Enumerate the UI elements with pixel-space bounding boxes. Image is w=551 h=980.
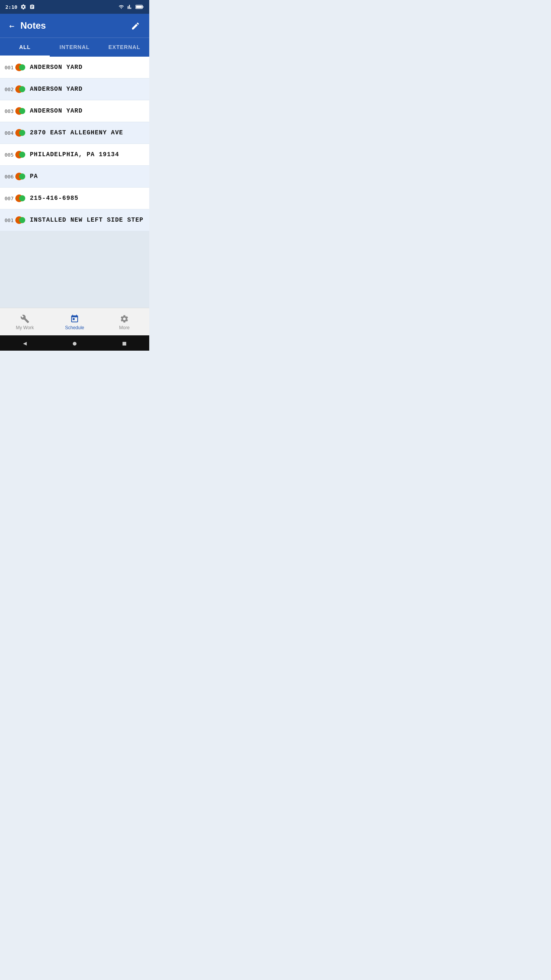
item-number: 006 [5,174,15,180]
svg-rect-2 [136,6,142,8]
nav-my-work[interactable]: My Work [0,308,50,335]
nav-more[interactable]: More [99,308,149,335]
battery-icon [135,5,144,9]
edit-button[interactable] [128,18,143,34]
item-text: PHILADELPHIA, PA 19134 [30,151,119,158]
status-dot [15,106,26,116]
tabs-bar: ALL INTERNAL EXTERNAL [0,38,149,57]
list-item[interactable]: 007 215-416-6985 [0,188,149,209]
status-dot [15,149,26,160]
item-number: 005 [5,152,15,158]
header: ← Notes [0,14,149,38]
item-text: 2870 EAST ALLEGHENY AVE [30,129,123,136]
status-dot [15,62,26,73]
gear-icon [120,314,129,323]
list-item[interactable]: 005 PHILADELPHIA, PA 19134 [0,144,149,166]
list-item[interactable]: 004 2870 EAST ALLEGHENY AVE [0,122,149,144]
status-right [118,4,144,10]
status-dot [15,193,26,204]
list-item[interactable]: 006 PA [0,166,149,188]
more-label: More [119,325,129,330]
svg-rect-1 [143,6,143,8]
wrench-icon [20,314,29,323]
status-dot [15,84,26,95]
list-item[interactable]: 002 ANDERSON YARD [0,78,149,100]
status-dot [15,127,26,138]
item-number: 007 [5,196,15,201]
item-text: ANDERSON YARD [30,64,83,71]
item-text: 215-416-6985 [30,195,78,202]
item-number: 001 [5,65,15,70]
signal-icon [127,4,133,10]
notes-list: 001 ANDERSON YARD 002 ANDERSON YARD 003 … [0,57,149,231]
status-dot [15,215,26,225]
list-item[interactable]: 003 ANDERSON YARD [0,100,149,122]
nav-schedule[interactable]: Schedule [50,308,99,335]
system-nav-bar: ◀ ● ■ [0,335,149,351]
wifi-icon [118,4,125,10]
bottom-nav: My Work Schedule More [0,308,149,335]
item-number: 004 [5,130,15,136]
status-dot [15,171,26,182]
calendar-icon [70,314,79,323]
item-text: ANDERSON YARD [30,108,83,114]
item-number: 001 [5,217,15,223]
tab-all[interactable]: ALL [0,38,50,57]
recent-system-button[interactable]: ■ [122,340,126,347]
list-item[interactable]: 001 INSTALLED NEW LEFT SIDE STEP [0,209,149,231]
tab-external[interactable]: EXTERNAL [99,38,149,57]
back-button[interactable]: ← [6,18,17,34]
item-number: 002 [5,87,15,92]
settings-icon [20,4,26,10]
status-left: 2:10 [5,4,35,10]
time: 2:10 [5,4,17,10]
item-text: PA [30,173,38,180]
home-system-button[interactable]: ● [73,340,77,347]
schedule-label: Schedule [65,325,84,330]
back-system-button[interactable]: ◀ [23,340,27,347]
list-item[interactable]: 001 ANDERSON YARD [0,57,149,78]
item-number: 003 [5,108,15,114]
empty-area [0,231,149,308]
page-title: Notes [20,20,128,31]
status-bar: 2:10 [0,0,149,14]
tab-internal[interactable]: INTERNAL [50,38,99,57]
item-text: INSTALLED NEW LEFT SIDE STEP [30,217,143,224]
clipboard-icon [29,4,35,10]
my-work-label: My Work [16,325,34,330]
item-text: ANDERSON YARD [30,86,83,93]
